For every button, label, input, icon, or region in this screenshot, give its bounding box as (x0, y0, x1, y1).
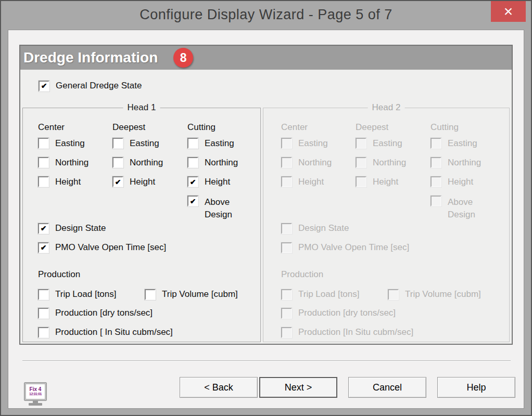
head1-center-easting-item[interactable]: Easting (38, 138, 112, 157)
head1-group: Head 1 Center Deepest Cutting Easting Ea… (22, 108, 261, 342)
head2-deepest-easting-checkbox (356, 138, 366, 149)
step-badge: 8 (173, 48, 193, 68)
head2-cutting-height-checkbox (430, 176, 441, 187)
head2-cutting-title: Cutting (430, 117, 509, 138)
head1-deepest-height-checkbox[interactable]: ✔ (112, 176, 123, 187)
head2-trip-load-checkbox (281, 289, 292, 300)
head2-cutting-northing-item: Northing (430, 157, 509, 176)
head2-production-title: Production (281, 268, 509, 281)
head-groups: Head 1 Center Deepest Cutting Easting Ea… (22, 108, 510, 342)
page-title: Dredge Information (23, 49, 158, 66)
general-dredge-state-item[interactable]: ✔ General Dredge State (39, 79, 512, 93)
head2-production-insitu-checkbox (281, 327, 292, 338)
head1-cutting-title: Cutting (187, 117, 260, 138)
cancel-button[interactable]: Cancel (348, 377, 426, 398)
head1-design-state-item[interactable]: ✔ Design State (38, 222, 260, 235)
head1-trip-volume-checkbox[interactable] (145, 289, 156, 300)
head2-center-northing-item: Northing (281, 157, 356, 176)
close-button[interactable]: × (491, 1, 526, 22)
footer-separator (22, 360, 511, 361)
head1-center-title: Center (38, 117, 112, 138)
head2-pmo-valve-item: PMO Valve Open Time [sec] (281, 241, 509, 254)
head2-legend: Head 2 (368, 102, 405, 113)
head2-cutting-northing-checkbox (430, 157, 441, 168)
head2-production-insitu-item: Production [In Situ cubm/sec] (281, 326, 509, 339)
head1-cutting-height-item[interactable]: ✔ Height (187, 176, 260, 196)
fix4-time: 12:31:01 (29, 392, 42, 396)
head1-extras: ✔ Design State ✔ PMO Valve Open Time [se… (38, 222, 260, 339)
head1-deepest-northing-checkbox[interactable] (112, 157, 123, 168)
head1-production-insitu-checkbox[interactable] (38, 327, 49, 338)
dredge-information-panel: Dredge Information 8 ✔ General Dredge St… (19, 45, 513, 345)
head2-design-state-checkbox (281, 223, 292, 234)
head2-center-title: Center (281, 117, 356, 138)
general-dredge-state-checkbox[interactable]: ✔ (39, 81, 49, 92)
head2-trip-load-item: Trip Load [tons] (281, 288, 388, 301)
head2-group: Head 2 Center Deepest Cutting Easting Ea… (263, 108, 510, 342)
head1-trip-load-item[interactable]: Trip Load [tons] (38, 288, 145, 301)
head2-design-state-item: Design State (281, 222, 509, 235)
head2-trip-row: Trip Load [tons] Trip Volume [cubm] (281, 288, 509, 301)
close-icon: × (504, 4, 513, 19)
head2-trip-volume-item: Trip Volume [cubm] (388, 288, 481, 301)
head1-center-height-checkbox[interactable] (38, 176, 49, 187)
head2-center-northing-checkbox (281, 157, 292, 168)
head2-center-height-item: Height (281, 176, 356, 196)
help-button[interactable]: Help (437, 377, 515, 398)
head1-production-dry-item[interactable]: Production [dry tons/sec] (38, 306, 260, 320)
head2-deepest-height-checkbox (356, 176, 366, 187)
head1-cutting-above-design-checkbox[interactable]: ✔ (187, 196, 198, 206)
wizard-window: Configure Display Wizard - Page 5 of 7 ×… (0, 0, 532, 416)
general-dredge-state-label: General Dredge State (56, 81, 142, 91)
head1-cutting-above-design-item[interactable]: ✔ Above Design (187, 196, 260, 218)
head2-deepest-title: Deepest (356, 117, 430, 138)
head1-deepest-height-item[interactable]: ✔ Height (112, 176, 187, 196)
head1-deepest-easting-checkbox[interactable] (112, 138, 123, 149)
head2-production-dry-checkbox (281, 308, 292, 319)
head2-pmo-valve-checkbox (281, 242, 292, 253)
head1-center-height-item[interactable]: Height (38, 176, 112, 196)
head2-deepest-height-item: Height (356, 176, 430, 196)
head1-deepest-easting-item[interactable]: Easting (112, 138, 187, 157)
head2-cutting-above-design-item: Above Design (430, 196, 509, 218)
head2-cutting-easting-checkbox (430, 138, 441, 149)
head1-pmo-valve-item[interactable]: ✔ PMO Valve Open Time [sec] (38, 241, 260, 254)
head1-legend: Head 1 (123, 102, 160, 113)
head1-cutting-easting-item[interactable]: Easting (187, 138, 260, 157)
head1-deepest-title: Deepest (112, 117, 187, 138)
head1-trip-load-checkbox[interactable] (38, 289, 49, 300)
head2-extras: Design State PMO Valve Open Time [sec] P… (281, 222, 509, 339)
titlebar: Configure Display Wizard - Page 5 of 7 × (1, 1, 531, 29)
head1-cutting-northing-checkbox[interactable] (187, 157, 198, 168)
head2-production-dry-item: Production [dry tons/sec] (281, 306, 509, 320)
head1-trip-volume-item[interactable]: Trip Volume [cubm] (145, 288, 238, 301)
head1-deepest-northing-item[interactable]: Northing (112, 157, 187, 176)
head1-cutting-easting-checkbox[interactable] (187, 138, 198, 149)
head1-cutting-height-checkbox[interactable]: ✔ (187, 176, 198, 187)
head2-cutting-height-item: Height (430, 176, 509, 196)
head1-design-state-checkbox[interactable]: ✔ (38, 223, 49, 234)
head2-trip-volume-checkbox (388, 289, 399, 300)
head1-pmo-valve-checkbox[interactable]: ✔ (38, 242, 49, 253)
head2-center-easting-checkbox (281, 138, 292, 149)
fix4-screen: Fix 4 12:31:01 (24, 383, 46, 400)
fix4-label: Fix 4 (30, 387, 42, 393)
dialog-client-area: Dredge Information 8 ✔ General Dredge St… (8, 30, 524, 409)
panel-header: Dredge Information 8 (20, 46, 512, 70)
head1-production-title: Production (38, 268, 260, 281)
head2-center-height-checkbox (281, 176, 292, 187)
head1-production-insitu-item[interactable]: Production [ In Situ cubm/sec] (38, 326, 260, 339)
fix4-monitor-icon: Fix 4 12:31:01 (23, 383, 47, 406)
head2-column-grid: Center Deepest Cutting Easting Easting (281, 108, 509, 218)
head1-center-northing-checkbox[interactable] (38, 157, 49, 168)
head1-cutting-northing-item[interactable]: Northing (187, 157, 260, 176)
head2-deepest-easting-item: Easting (356, 138, 430, 157)
head2-center-easting-item: Easting (281, 138, 356, 157)
head1-center-northing-item[interactable]: Northing (38, 157, 112, 176)
head1-center-easting-checkbox[interactable] (38, 138, 49, 149)
back-button[interactable]: < Back (180, 377, 258, 398)
next-button[interactable]: Next > (259, 377, 337, 398)
head1-column-grid: Center Deepest Cutting Easting Easting (38, 108, 260, 218)
head1-production-dry-checkbox[interactable] (38, 308, 49, 319)
head1-trip-row: Trip Load [tons] Trip Volume [cubm] (38, 288, 260, 301)
